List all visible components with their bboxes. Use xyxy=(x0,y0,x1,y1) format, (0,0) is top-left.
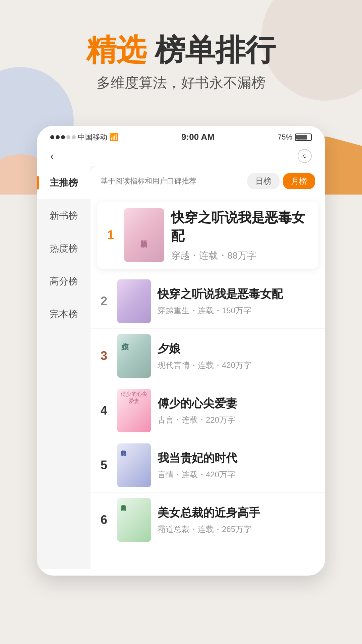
book-title-4: 傅少的心尖爱妻 xyxy=(158,396,318,411)
book-cover-6: 美女总裁的近身高手 xyxy=(117,498,151,542)
book-cover-2 xyxy=(117,279,151,323)
book-item-6[interactable]: 6 美女总裁的近身高手 美女总裁的近身高手 霸道总裁・连载・265万字 xyxy=(90,493,325,547)
cover-art-4: 傅少的心尖爱妻 xyxy=(117,389,151,432)
main-content: 主推榜 新书榜 热度榜 高分榜 完本榜 基于阅读指标和用户口碑推荐 日榜 xyxy=(37,166,325,569)
sidebar-label-score: 高分榜 xyxy=(50,276,78,286)
cover-art-1: 花染陌 xyxy=(124,208,164,262)
book-meta-3: 现代言情・连载・420万字 xyxy=(158,360,318,371)
book-title-6: 美女总裁的近身高手 xyxy=(158,505,318,521)
book-info-2: 快穿之听说我是恶毒女配 穿越重生・连载・150万字 xyxy=(158,286,318,316)
sidebar-item-complete[interactable]: 完本榜 xyxy=(37,298,90,331)
rank-number-4: 4 xyxy=(97,404,111,418)
book-info-1: 快穿之听说我是恶毒女配 穿越・连载・88万字 xyxy=(171,208,312,262)
filter-tabs: 日榜 月榜 xyxy=(247,173,315,189)
cover-art-5: 我当贵妃的时代 xyxy=(117,443,151,487)
book-cover-5: 我当贵妃的时代 xyxy=(117,443,151,487)
sidebar-label-hot: 热度榜 xyxy=(50,243,78,254)
signal-dot-2 xyxy=(56,135,60,139)
sidebar-label-complete: 完本榜 xyxy=(50,309,78,319)
search-button[interactable]: ○ xyxy=(298,149,312,163)
book-info-6: 美女总裁的近身高手 霸道总裁・连载・265万字 xyxy=(158,505,318,535)
book-cover-4: 傅少的心尖爱妻 xyxy=(117,389,151,432)
content-panel: 基于阅读指标和用户口碑推荐 日榜 月榜 1 花染陌 快穿之听说我是恶毒女配 穿越… xyxy=(90,166,325,569)
sidebar-label-main: 主推榜 xyxy=(50,177,78,188)
filter-bar: 基于阅读指标和用户口碑推荐 日榜 月榜 xyxy=(90,166,325,196)
cover-art-3: 夕娘 xyxy=(117,334,151,378)
rank-number-6: 6 xyxy=(97,513,111,527)
status-left: 中国移动 📶 xyxy=(50,132,118,142)
book-meta-5: 言情・连载・420万字 xyxy=(158,469,318,480)
phone-mockup: 中国移动 📶 9:00 AM 75% ‹ ○ 主推榜 新书榜 热度榜 xyxy=(37,126,325,576)
hero-title-dark: 榜单排行 xyxy=(146,33,276,67)
cover-art-2 xyxy=(117,279,151,323)
sidebar-item-score[interactable]: 高分榜 xyxy=(37,265,90,298)
signal-indicator xyxy=(50,135,76,139)
rank-number-5: 5 xyxy=(97,458,111,472)
book-title-1: 快穿之听说我是恶毒女配 xyxy=(171,208,312,245)
book-item-2[interactable]: 2 快穿之听说我是恶毒女配 穿越重生・连载・150万字 xyxy=(90,274,325,329)
book-meta-1: 穿越・连载・88万字 xyxy=(171,249,312,262)
sidebar-item-hot[interactable]: 热度榜 xyxy=(37,232,90,265)
book-meta-6: 霸道总裁・连载・265万字 xyxy=(158,524,318,535)
clock: 9:00 AM xyxy=(181,132,215,142)
status-right: 75% xyxy=(278,133,312,142)
sidebar-item-main[interactable]: 主推榜 xyxy=(37,166,90,199)
hero-title-orange: 精选 xyxy=(86,33,146,67)
book-title-5: 我当贵妃的时代 xyxy=(158,450,318,466)
hero-title: 精选 榜单排行 xyxy=(20,34,342,67)
signal-dot-1 xyxy=(50,135,54,139)
carrier-name: 中国移动 xyxy=(78,132,107,142)
hero-subtitle: 多维度算法，好书永不漏榜 xyxy=(20,73,342,92)
battery-icon xyxy=(295,133,312,141)
book-meta-4: 古言・连载・220万字 xyxy=(158,415,318,425)
signal-dot-4 xyxy=(66,135,70,139)
rank-number-1: 1 xyxy=(104,228,117,242)
status-bar: 中国移动 📶 9:00 AM 75% xyxy=(37,126,325,146)
back-button[interactable]: ‹ xyxy=(50,150,54,162)
book-cover-3: 夕娘 xyxy=(117,334,151,378)
book-meta-2: 穿越重生・连载・150万字 xyxy=(158,305,318,316)
book-title-3: 夕娘 xyxy=(158,341,318,357)
book-item-3[interactable]: 3 夕娘 夕娘 现代言情・连载・420万字 xyxy=(90,329,325,383)
sidebar: 主推榜 新书榜 热度榜 高分榜 完本榜 xyxy=(37,166,90,569)
signal-dot-3 xyxy=(61,135,65,139)
battery-percent: 75% xyxy=(278,133,292,142)
battery-fill xyxy=(296,135,307,140)
filter-description: 基于阅读指标和用户口碑推荐 xyxy=(101,176,196,186)
tab-monthly[interactable]: 月榜 xyxy=(283,173,315,189)
nav-bar: ‹ ○ xyxy=(37,146,325,166)
book-info-5: 我当贵妃的时代 言情・连载・420万字 xyxy=(158,450,318,480)
search-icon: ○ xyxy=(302,152,307,160)
book-info-3: 夕娘 现代言情・连载・420万字 xyxy=(158,341,318,371)
rank-number-3: 3 xyxy=(97,349,111,363)
book-info-4: 傅少的心尖爱妻 古言・连载・220万字 xyxy=(158,396,318,425)
book-title-2: 快穿之听说我是恶毒女配 xyxy=(158,286,318,302)
wifi-icon: 📶 xyxy=(109,133,118,142)
signal-dot-5 xyxy=(72,135,76,139)
book-item-5[interactable]: 5 我当贵妃的时代 我当贵妃的时代 言情・连载・420万字 xyxy=(90,438,325,493)
tab-daily[interactable]: 日榜 xyxy=(247,173,280,189)
book-item-4[interactable]: 4 傅少的心尖爱妻 傅少的心尖爱妻 古言・连载・220万字 xyxy=(90,383,325,438)
hero-section: 精选 榜单排行 多维度算法，好书永不漏榜 xyxy=(0,0,362,112)
rank-number-2: 2 xyxy=(97,294,111,308)
cover-art-6: 美女总裁的近身高手 xyxy=(117,498,151,542)
featured-book-card[interactable]: 1 花染陌 快穿之听说我是恶毒女配 穿越・连载・88万字 xyxy=(97,202,318,269)
sidebar-label-new: 新书榜 xyxy=(50,210,78,221)
book-cover-1: 花染陌 xyxy=(124,208,164,262)
sidebar-item-new[interactable]: 新书榜 xyxy=(37,199,90,232)
